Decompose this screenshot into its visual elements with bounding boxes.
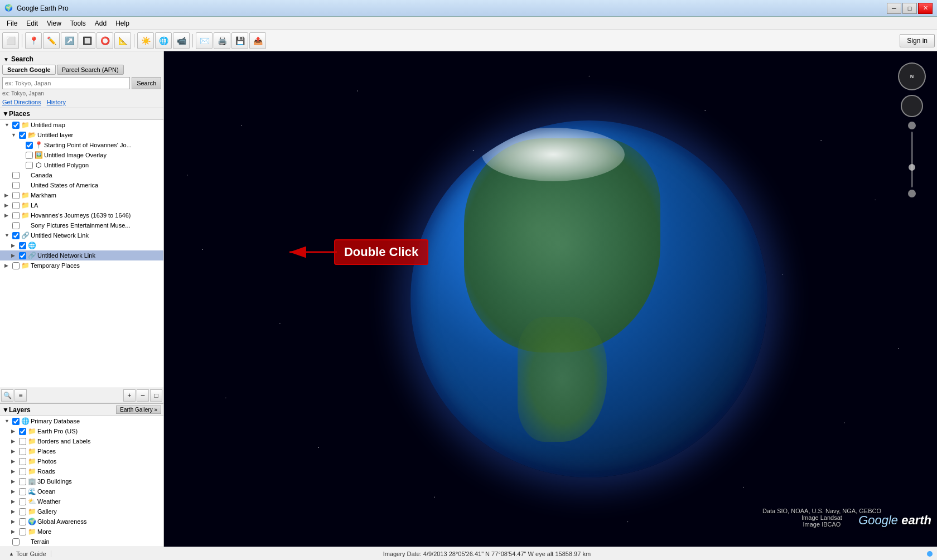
zoom-thumb[interactable] <box>909 164 915 171</box>
toolbar-btn-planet[interactable]: 🌐 <box>155 32 172 49</box>
layer-item-weather[interactable]: ▶ ⛅ Weather <box>0 496 163 506</box>
search-tool-btn[interactable]: 🔍 <box>1 389 13 402</box>
places-item-polygon[interactable]: ⬡ Untitled Polygon <box>0 160 163 170</box>
layers-header[interactable]: ▼ Layers Earth Gallery » <box>0 404 163 416</box>
layer-item-roads[interactable]: ▶ 📁 Roads <box>0 466 163 476</box>
tree-toggle[interactable]: ▼ <box>11 132 18 138</box>
layer-item-primary-db[interactable]: ▼ 🌐 Primary Database <box>0 416 163 426</box>
places-item-untitled-layer[interactable]: ▼ 📂 Untitled layer <box>0 130 163 140</box>
compass[interactable]: N <box>898 62 926 90</box>
tour-guide[interactable]: ▲ Tour Guide <box>4 551 51 557</box>
menu-edit[interactable]: Edit <box>22 18 42 28</box>
layer-checkbox-terrain[interactable] <box>12 538 20 545</box>
places-item-canada[interactable]: Canada <box>0 170 163 180</box>
layer-checkbox-photos[interactable] <box>19 458 26 465</box>
tree-toggle[interactable]: ▶ <box>11 469 18 474</box>
add-btn[interactable]: + <box>123 389 136 402</box>
earth-gallery-button[interactable]: Earth Gallery » <box>116 405 161 414</box>
places-item-usa[interactable]: United States of America <box>0 180 163 190</box>
tree-toggle[interactable]: ▶ <box>4 263 11 268</box>
layer-checkbox-primary-db[interactable] <box>12 418 20 425</box>
layer-item-earth-pro[interactable]: ▶ 📁 Earth Pro (US) <box>0 426 163 436</box>
places-checkbox-untitled-layer[interactable] <box>19 132 26 139</box>
folder-btn[interactable]: □ <box>150 389 162 402</box>
toolbar-btn-path[interactable]: ↗️ <box>61 32 78 49</box>
places-checkbox-canada[interactable] <box>12 172 20 179</box>
menu-tools[interactable]: Tools <box>66 18 90 28</box>
search-section-header[interactable]: ▼ Search <box>2 54 161 65</box>
tree-toggle[interactable]: ▼ <box>4 418 11 424</box>
places-checkbox-untitled-map[interactable] <box>12 122 20 129</box>
places-checkbox-globe-child[interactable] <box>19 242 26 249</box>
places-checkbox-sony[interactable] <box>12 222 20 229</box>
signin-button[interactable]: Sign in <box>900 34 935 47</box>
tab-parcel-search[interactable]: Parcel Search (APN) <box>57 65 124 75</box>
search-input[interactable] <box>2 77 130 89</box>
toolbar-btn-placemark[interactable]: 📍 <box>25 32 42 49</box>
places-checkbox-polygon[interactable] <box>26 162 33 169</box>
layer-checkbox-roads[interactable] <box>19 468 26 475</box>
search-button[interactable]: Search <box>132 77 161 89</box>
places-checkbox-usa[interactable] <box>12 182 20 189</box>
tree-toggle[interactable]: ▶ <box>11 499 18 504</box>
tree-toggle[interactable]: ▶ <box>4 202 11 208</box>
zoom-track[interactable] <box>911 132 913 187</box>
toolbar-btn-1[interactable]: ⬜ <box>2 32 19 49</box>
tree-toggle[interactable]: ▼ <box>4 122 11 128</box>
places-item-temp-places[interactable]: ▶ 📁 Temporary Places <box>0 260 163 271</box>
toolbar-btn-print[interactable]: 🖨️ <box>214 32 230 49</box>
places-header[interactable]: ▼ Places <box>0 108 163 120</box>
layer-checkbox-3d-buildings[interactable] <box>19 478 26 485</box>
tree-toggle[interactable]: ▶ <box>11 509 18 514</box>
remove-btn[interactable]: – <box>137 389 149 402</box>
tree-toggle[interactable]: ▶ <box>4 213 11 218</box>
layer-checkbox-places[interactable] <box>19 448 26 455</box>
layer-item-3d-buildings[interactable]: ▶ 🏢 3D Buildings <box>0 476 163 486</box>
menu-view[interactable]: View <box>42 18 66 28</box>
places-item-network-link-1[interactable]: ▼ 🔗 Untitled Network Link <box>0 230 163 240</box>
places-item-markham[interactable]: ▶ 📁 Markham <box>0 190 163 200</box>
layer-item-more[interactable]: ▶ 📁 More <box>0 527 163 537</box>
map-area[interactable]: Double Click N Data SIO, NOAA, U.S. Navy… <box>164 51 937 547</box>
history-link[interactable]: History <box>47 99 66 105</box>
layer-item-photos[interactable]: ▶ 📁 Photos <box>0 456 163 466</box>
toolbar-btn-share[interactable]: 📤 <box>249 32 266 49</box>
toolbar-btn-record[interactable]: 📹 <box>173 32 190 49</box>
zoom-out-dot[interactable] <box>908 190 916 197</box>
maximize-button[interactable]: □ <box>902 3 917 14</box>
layer-checkbox-borders[interactable] <box>19 438 26 445</box>
zoom-in-dot[interactable] <box>908 122 916 129</box>
places-item-sony[interactable]: Sony Pictures Entertainment Muse... <box>0 220 163 230</box>
toolbar-btn-polygon[interactable]: ✏️ <box>43 32 60 49</box>
layer-item-terrain[interactable]: Terrain <box>0 537 163 547</box>
places-item-starting-point[interactable]: 📍 Starting Point of Hovannes' Jo... <box>0 140 163 150</box>
tree-toggle[interactable]: ▶ <box>11 438 18 444</box>
layer-item-gallery[interactable]: ▶ 📁 Gallery <box>0 506 163 516</box>
tree-toggle[interactable]: ▶ <box>11 489 18 494</box>
get-directions-link[interactable]: Get Directions <box>2 99 41 105</box>
menu-help[interactable]: Help <box>111 18 134 28</box>
places-checkbox-network-link-1[interactable] <box>12 232 20 239</box>
places-item-la[interactable]: ▶ 📁 LA <box>0 200 163 210</box>
layer-checkbox-weather[interactable] <box>19 498 26 505</box>
places-item-image-overlay[interactable]: 🖼️ Untitled Image Overlay <box>0 150 163 160</box>
layer-checkbox-gallery[interactable] <box>19 508 26 515</box>
layer-checkbox-global[interactable] <box>19 518 26 525</box>
layer-checkbox-ocean[interactable] <box>19 488 26 495</box>
minimize-button[interactable]: ─ <box>887 3 901 14</box>
layer-item-global[interactable]: ▶ 🌍 Global Awareness <box>0 516 163 527</box>
tree-toggle[interactable]: ▶ <box>11 529 18 534</box>
toolbar-btn-email[interactable]: ✉️ <box>196 32 212 49</box>
tree-toggle[interactable]: ▶ <box>11 253 18 258</box>
tree-toggle[interactable]: ▼ <box>4 233 11 238</box>
toolbar-btn-sun[interactable]: ☀️ <box>137 32 154 49</box>
places-checkbox-hovannes[interactable] <box>12 212 20 219</box>
layer-item-ocean[interactable]: ▶ 🌊 Ocean <box>0 486 163 496</box>
places-item-untitled-map[interactable]: ▼ 📁 Untitled map <box>0 120 163 130</box>
toolbar-btn-circle[interactable]: ⭕ <box>96 32 113 49</box>
places-checkbox-network-link-2[interactable] <box>19 252 26 259</box>
tree-toggle[interactable]: ▶ <box>4 192 11 198</box>
layer-checkbox-more[interactable] <box>19 528 26 535</box>
toolbar-btn-export[interactable]: 💾 <box>231 32 248 49</box>
places-checkbox-image-overlay[interactable] <box>26 152 33 159</box>
